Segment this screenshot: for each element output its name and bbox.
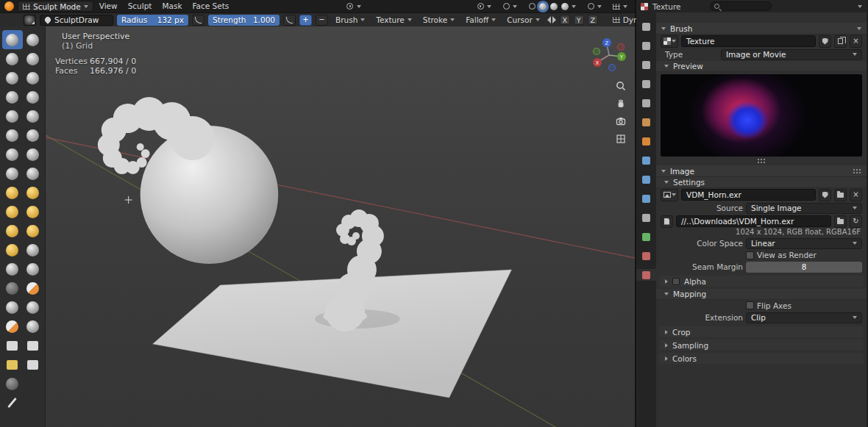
blender-logo-icon[interactable] [4, 1, 14, 11]
pivot-dropdown[interactable] [473, 2, 494, 11]
tool-flatten[interactable] [2, 126, 23, 145]
source-dropdown[interactable]: Single Image [746, 203, 862, 214]
tool-pinch[interactable] [2, 164, 23, 183]
falloff-pie-dropdown[interactable] [343, 2, 364, 11]
mode-dropdown[interactable]: Sculpt Mode [18, 1, 93, 12]
stroke-menu[interactable]: Stroke [419, 15, 458, 24]
z-axis-ball-negative[interactable] [609, 65, 616, 71]
properties-search-input[interactable] [710, 1, 772, 11]
image-name-field[interactable]: VDM_Horn.exr [681, 189, 816, 201]
tab-view-layer[interactable] [636, 78, 656, 90]
tool-clay-thumb[interactable] [2, 68, 23, 87]
tab-constraints[interactable] [636, 212, 656, 223]
menu-sculpt[interactable]: Sculpt [124, 0, 157, 12]
sampling-panel-header[interactable]: Sampling [659, 340, 864, 351]
ortho-toggle-button[interactable] [614, 132, 627, 146]
texture-menu[interactable]: Texture [372, 15, 415, 24]
radius-slider[interactable]: Radius 132 px [117, 15, 188, 26]
x-axis-ball-negative[interactable] [618, 44, 625, 51]
image-panel-header[interactable]: Image [656, 165, 867, 177]
image-fake-user-button[interactable] [819, 189, 831, 201]
tool-annotate-spacer[interactable] [23, 374, 43, 393]
colors-panel-header[interactable]: Colors [659, 353, 864, 364]
duplicate-button[interactable] [834, 35, 847, 48]
type-dropdown[interactable]: Image or Movie [721, 49, 862, 60]
texture-browse-button[interactable] [661, 35, 678, 48]
tool-clay[interactable] [2, 49, 23, 68]
chevron-down-icon[interactable] [857, 27, 861, 30]
radius-pressure-button[interactable] [192, 15, 204, 26]
filepath-icon-button[interactable] [661, 215, 673, 228]
viewport-3d[interactable]: User Perspective (1) Grid Vertices 667,9… [46, 26, 635, 427]
shading-solid-button[interactable] [538, 2, 547, 11]
tool-multiplane-scrape[interactable] [23, 145, 43, 164]
tab-texture[interactable] [636, 269, 656, 281]
menu-face-sets[interactable]: Face Sets [188, 0, 234, 12]
color-space-dropdown[interactable]: Linear [746, 238, 862, 249]
falloff-menu[interactable]: Falloff [462, 15, 499, 24]
tool-rotate[interactable] [23, 221, 43, 240]
overlays-dropdown[interactable] [583, 2, 605, 11]
image-unlink-button[interactable]: × [850, 189, 862, 201]
preview-resize-handle[interactable] [656, 158, 867, 164]
tool-scrape[interactable] [2, 145, 23, 164]
tool-inflate[interactable] [2, 87, 23, 107]
tab-tool[interactable] [636, 21, 656, 32]
settings-panel-header[interactable]: Settings [656, 177, 867, 188]
tool-box-trim[interactable] [23, 355, 43, 374]
strength-pressure-button[interactable] [283, 15, 296, 26]
preview-panel-header[interactable]: Preview [656, 61, 867, 72]
tool-layer[interactable] [23, 68, 43, 87]
shading-rendered-button[interactable] [561, 2, 569, 11]
tool-mesh-filter[interactable] [2, 374, 23, 393]
tool-displacement-smear[interactable] [23, 298, 43, 317]
alpha-checkbox[interactable] [672, 278, 680, 285]
cursor-menu[interactable]: Cursor [503, 15, 544, 24]
mirror-z-toggle[interactable]: Z [588, 15, 598, 25]
tool-snake-hook[interactable] [23, 183, 43, 202]
add-button[interactable]: + [299, 15, 312, 26]
tab-modifiers[interactable] [636, 154, 656, 166]
camera-view-button[interactable] [614, 115, 627, 128]
reload-image-button[interactable]: ↻ [850, 215, 862, 228]
shading-material-button[interactable] [549, 2, 558, 11]
tab-world[interactable] [636, 116, 656, 128]
tool-smear[interactable] [23, 317, 43, 336]
open-file-button[interactable] [834, 215, 847, 228]
brush-name-field[interactable]: SculptDraw [40, 15, 113, 26]
tab-material[interactable] [636, 250, 656, 262]
chevron-down-icon[interactable] [858, 5, 862, 8]
tool-thumb[interactable] [2, 202, 23, 221]
texture-name-field[interactable]: Texture [681, 35, 816, 47]
strength-slider[interactable]: Strength 1.000 [208, 15, 280, 26]
menu-mask[interactable]: Mask [157, 0, 186, 12]
alpha-panel-header[interactable]: Alpha [659, 276, 864, 287]
tool-grab[interactable] [23, 164, 43, 183]
tool-draw-sharp[interactable] [23, 30, 43, 49]
image-browse-button[interactable] [661, 189, 678, 201]
extension-dropdown[interactable]: Clip [746, 312, 862, 323]
plane-object[interactable] [153, 270, 512, 398]
menu-view[interactable]: View [95, 0, 122, 12]
y-axis-ball-negative[interactable] [594, 49, 600, 55]
tab-particles[interactable] [636, 193, 656, 204]
tool-pose[interactable] [23, 202, 43, 221]
drag-dots-icon[interactable] [853, 168, 861, 174]
tool-box-hide[interactable] [23, 336, 43, 355]
tab-output[interactable] [636, 59, 656, 71]
tool-displacement-eraser[interactable] [2, 298, 23, 317]
mirror-y-toggle[interactable]: Y [574, 15, 584, 25]
tool-elastic-deform[interactable] [2, 183, 23, 202]
tool-annotate[interactable] [2, 393, 23, 412]
snap-dropdown[interactable] [499, 2, 520, 11]
tool-cloth[interactable] [2, 259, 23, 279]
tool-fill[interactable] [23, 126, 43, 145]
mapping-panel-header[interactable]: Mapping [656, 289, 867, 300]
tool-box-mask[interactable] [2, 336, 23, 355]
zoom-button[interactable] [614, 79, 627, 93]
tool-smooth[interactable] [23, 107, 43, 126]
pan-hand-button[interactable] [614, 97, 627, 110]
chevron-down-icon[interactable] [572, 5, 576, 8]
tool-mask[interactable] [2, 279, 23, 298]
navigation-gizmo[interactable]: Z X Y [589, 35, 629, 75]
